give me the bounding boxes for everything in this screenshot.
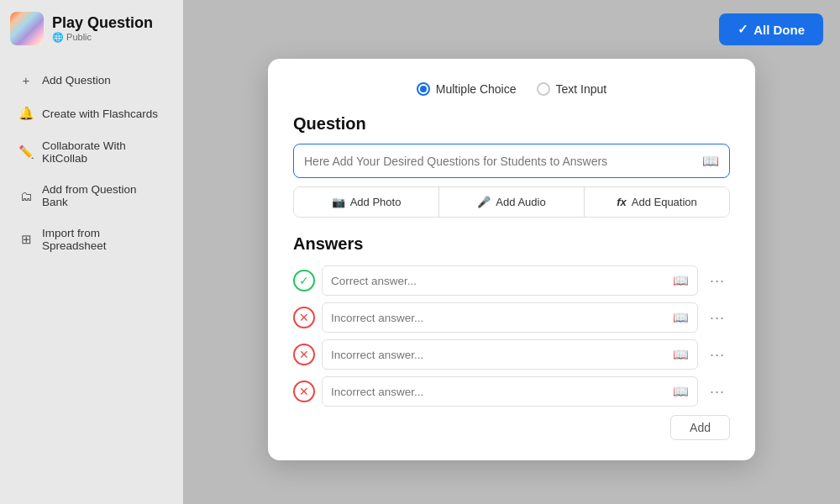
- answers-list: ✓ 📖 ··· ✕ 📖 ··· ✕: [293, 265, 730, 407]
- mic-icon: 🎤: [477, 196, 491, 208]
- multiple-choice-radio[interactable]: [417, 82, 430, 96]
- answer-row-4: ✕ 📖 ···: [293, 376, 730, 407]
- answer-more-button-2[interactable]: ···: [705, 306, 730, 330]
- flashcard-icon: 🔔: [18, 106, 34, 121]
- answer-book-icon-4: 📖: [673, 384, 689, 399]
- answer-row-1: ✓ 📖 ···: [293, 265, 730, 296]
- add-audio-label: Add Audio: [496, 196, 545, 208]
- add-audio-button[interactable]: 🎤 Add Audio: [439, 187, 585, 217]
- answer-input-1[interactable]: [331, 275, 673, 287]
- answer-input-wrap-2: 📖: [322, 302, 698, 333]
- answer-more-button-1[interactable]: ···: [705, 269, 730, 293]
- multiple-choice-option[interactable]: Multiple Choice: [417, 82, 517, 96]
- incorrect-icon-2: ✕: [293, 307, 315, 328]
- topbar: ✓ All Done: [183, 0, 840, 59]
- text-input-option[interactable]: Text Input: [537, 82, 607, 96]
- checkmark-icon: ✓: [738, 22, 748, 37]
- answer-row-3: ✕ 📖 ···: [293, 339, 730, 370]
- add-equation-button[interactable]: fx Add Equation: [585, 187, 729, 217]
- answer-input-wrap-1: 📖: [322, 265, 698, 296]
- app-header: Play Question 🌐 Public: [0, 0, 183, 57]
- book-icon: 📖: [702, 153, 719, 169]
- sidebar-item-label: Import from Spreadsheet: [42, 227, 165, 252]
- main-overlay: ✓ All Done Multiple Choice Text Input Qu…: [183, 0, 840, 504]
- sidebar-item-label: Create with Flashcards: [42, 108, 158, 120]
- type-selector-row: Multiple Choice Text Input: [293, 82, 730, 96]
- add-equation-label: Add Equation: [632, 196, 697, 208]
- answers-section-label: Answers: [293, 234, 730, 254]
- answer-input-wrap-3: 📖: [322, 339, 698, 370]
- answer-input-wrap-4: 📖: [322, 376, 698, 407]
- spreadsheet-icon: ⊞: [18, 232, 34, 247]
- correct-icon: ✓: [293, 270, 315, 291]
- text-input-radio[interactable]: [537, 82, 550, 96]
- sidebar-item-create-flashcards[interactable]: 🔔 Create with Flashcards: [5, 97, 178, 129]
- text-input-label: Text Input: [556, 82, 607, 96]
- app-title: Play Question: [52, 14, 153, 32]
- media-buttons: 📷 Add Photo 🎤 Add Audio fx Add Equation: [293, 186, 730, 218]
- sidebar-item-label: Add Question: [42, 74, 111, 87]
- multiple-choice-label: Multiple Choice: [436, 82, 517, 96]
- answer-input-3[interactable]: [331, 349, 673, 361]
- question-input-row: 📖: [293, 144, 730, 178]
- answer-row-2: ✕ 📖 ···: [293, 302, 730, 333]
- all-done-label: All Done: [753, 23, 805, 37]
- incorrect-icon-3: ✕: [293, 344, 315, 365]
- sidebar-item-label: Add from Question Bank: [42, 183, 165, 208]
- camera-icon: 📷: [332, 196, 345, 208]
- all-done-button[interactable]: ✓ All Done: [719, 13, 823, 45]
- answer-more-button-3[interactable]: ···: [705, 343, 730, 367]
- question-section-label: Question: [293, 114, 730, 134]
- add-photo-label: Add Photo: [350, 196, 402, 208]
- sidebar: Play Question 🌐 Public + Add Question 🔔 …: [0, 0, 183, 504]
- app-logo: [10, 12, 44, 45]
- add-btn-row: Add: [293, 415, 730, 440]
- question-bank-icon: 🗂: [18, 188, 34, 203]
- add-icon: +: [18, 72, 34, 87]
- answer-book-icon-3: 📖: [673, 347, 689, 362]
- add-answer-button[interactable]: Add: [670, 415, 730, 440]
- sidebar-item-import-spreadsheet[interactable]: ⊞ Import from Spreadsheet: [5, 218, 178, 260]
- answer-more-button-4[interactable]: ···: [705, 380, 730, 404]
- collaborate-icon: ✏️: [18, 144, 34, 160]
- answer-input-4[interactable]: [331, 386, 673, 398]
- answer-book-icon-1: 📖: [673, 273, 689, 288]
- question-modal: Multiple Choice Text Input Question 📖 📷 …: [268, 59, 755, 460]
- sidebar-item-question-bank[interactable]: 🗂 Add from Question Bank: [5, 175, 178, 217]
- sidebar-item-collaborate[interactable]: ✏️ Collaborate With KitCollab: [5, 131, 178, 173]
- add-photo-button[interactable]: 📷 Add Photo: [294, 187, 439, 217]
- app-subtitle: 🌐 Public: [52, 32, 153, 43]
- answer-book-icon-2: 📖: [673, 310, 689, 325]
- question-input[interactable]: [304, 155, 702, 168]
- incorrect-icon-4: ✕: [293, 381, 315, 402]
- sidebar-item-label: Collaborate With KitCollab: [42, 139, 165, 165]
- sidebar-item-add-question[interactable]: + Add Question: [5, 64, 178, 96]
- equation-icon: fx: [617, 196, 627, 208]
- sidebar-nav: + Add Question 🔔 Create with Flashcards …: [0, 57, 183, 267]
- answer-input-2[interactable]: [331, 312, 673, 324]
